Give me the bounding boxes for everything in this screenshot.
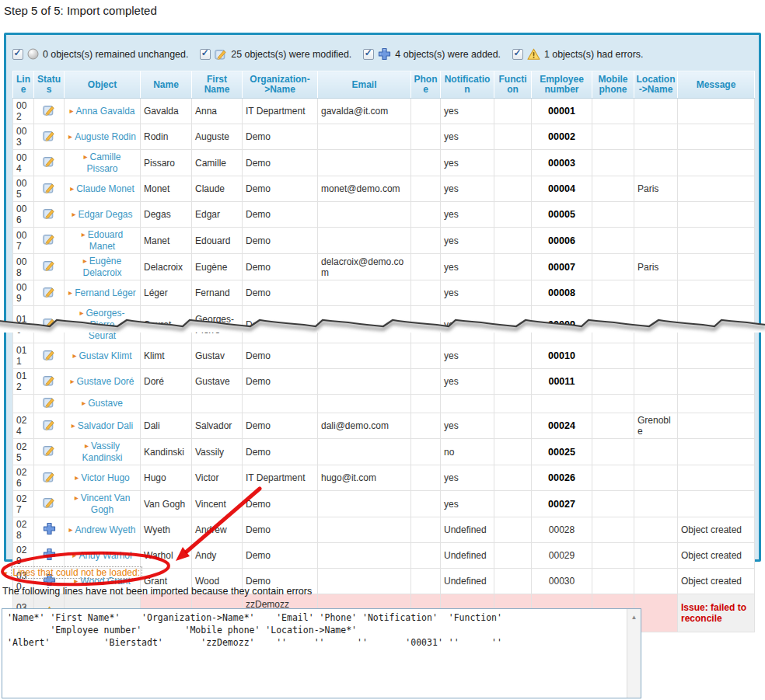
cell-employee-number: 00007 xyxy=(532,254,592,280)
added-plus-icon xyxy=(43,522,56,535)
object-link[interactable]: Salvador Dali xyxy=(78,420,133,431)
cell-location xyxy=(634,439,678,465)
cell-phone xyxy=(411,517,441,543)
summary-checkbox[interactable] xyxy=(200,49,211,60)
column-header: Line xyxy=(13,71,34,99)
employee-number: 00001 xyxy=(548,106,575,117)
object-link[interactable]: Gustave xyxy=(88,398,123,409)
object-link[interactable]: Gustave Doré xyxy=(76,376,134,387)
cell-employee-number: 00024 xyxy=(532,413,592,439)
cell-phone xyxy=(411,254,441,280)
cell-line: 006 xyxy=(13,202,34,228)
table-row: 009Fernand LégerLégerFernandDemoyes00008 xyxy=(13,280,755,306)
column-header: Phone xyxy=(411,71,441,99)
cell-object: Camille Pissaro xyxy=(65,150,141,176)
raw-lines-box[interactable]: 'Name*' 'First Name*' 'Organization->Nam… xyxy=(2,608,641,698)
cell-function xyxy=(494,99,532,124)
scroll-up-icon[interactable] xyxy=(627,609,641,622)
cell-function xyxy=(494,254,532,280)
object-link[interactable]: Anna Gavalda xyxy=(75,106,134,117)
cell-line: 012 xyxy=(13,369,34,395)
modified-pencil-icon xyxy=(43,496,55,509)
table-row: 027Vincent Van GoghVan GoghVincentDemoye… xyxy=(13,491,755,517)
cell-message xyxy=(678,150,755,176)
cell-function xyxy=(494,517,532,543)
summary-checkbox[interactable] xyxy=(512,49,523,60)
table-row: 026Victor HugoHugoVictorIT Departmenthug… xyxy=(13,465,755,491)
object-link[interactable]: Edgar Degas xyxy=(78,209,132,220)
table-row: Gustave xyxy=(13,395,755,413)
cell-line: 011 xyxy=(13,343,34,369)
cell-notification: yes xyxy=(441,491,494,517)
cell-status xyxy=(34,176,65,202)
cell-name: Hugo xyxy=(141,465,192,491)
cell-message xyxy=(678,99,755,124)
object-link[interactable]: Victor Hugo xyxy=(81,472,129,483)
raw-lines-scrollbar[interactable] xyxy=(627,609,641,698)
cell-object: Andy Warhol xyxy=(65,543,141,569)
summary-item: 4 objects(s) were added. xyxy=(363,47,501,61)
unchanged-circle-icon xyxy=(27,48,39,60)
org-name: Demo xyxy=(246,262,314,273)
cell-employee-number: 00008 xyxy=(532,280,592,306)
summary-item: 0 objects(s) remained unchanged. xyxy=(12,48,188,60)
modified-pencil-icon xyxy=(43,259,55,272)
org-name: Demo xyxy=(246,287,314,298)
object-bullet-icon xyxy=(75,493,81,503)
modified-pencil-icon xyxy=(43,233,55,246)
cell-first-name: Andy xyxy=(192,543,243,569)
object-link[interactable]: Claude Monet xyxy=(76,183,134,194)
cell-email xyxy=(318,543,411,569)
org-name: Demo xyxy=(246,550,314,561)
object-link[interactable]: Auguste Rodin xyxy=(75,131,136,142)
cell-function xyxy=(494,369,532,395)
cell-message: Object created xyxy=(678,517,755,543)
column-header: First Name xyxy=(192,71,243,99)
modified-pencil-icon xyxy=(43,182,55,194)
cell-name: Klimt xyxy=(141,343,192,369)
object-bullet-icon xyxy=(68,131,75,142)
cell-object: Edouard Manet xyxy=(65,228,141,254)
object-link[interactable]: Camille Pissaro xyxy=(86,151,121,174)
cell-email xyxy=(318,150,411,176)
cell-function xyxy=(494,439,532,465)
summary-checkbox[interactable] xyxy=(363,49,374,60)
lines-not-loaded-label[interactable]: Lines that could not be loaded: xyxy=(11,566,142,579)
object-link[interactable]: Eugène Delacroix xyxy=(82,256,121,278)
cell-line: 026 xyxy=(13,465,34,491)
cell-name: Monet xyxy=(141,176,192,202)
cell-phone xyxy=(411,543,441,569)
table-row: 005Claude MonetMonetClaudeDemomonet@demo… xyxy=(13,176,755,202)
cell-mobile xyxy=(592,369,634,395)
object-bullet-icon xyxy=(83,256,89,266)
cell-location xyxy=(634,465,678,491)
cell-message xyxy=(678,280,755,306)
cell-line: 024 xyxy=(13,413,34,439)
cell-phone xyxy=(411,280,441,306)
object-link[interactable]: Andrew Wyeth xyxy=(75,524,136,535)
object-link[interactable]: Gustav Klimt xyxy=(79,350,132,361)
cell-org: Demo xyxy=(243,306,318,343)
object-link[interactable]: Vincent Van Gogh xyxy=(81,493,131,515)
summary-checkbox[interactable] xyxy=(12,49,23,60)
lines-not-loaded-link[interactable]: Lines that could not be loaded: xyxy=(3,566,142,580)
object-link[interactable]: Edouard Manet xyxy=(88,229,123,252)
cell-mobile xyxy=(592,543,634,569)
summary-label: 0 objects(s) remained unchanged. xyxy=(43,49,188,60)
cell-object: Gustave Doré xyxy=(65,369,141,395)
cell-message xyxy=(678,228,755,254)
cell-mobile xyxy=(592,517,634,543)
object-link[interactable]: Fernand Léger xyxy=(75,287,136,298)
cell-org: Demo xyxy=(243,543,318,569)
table-row: 008Eugène DelacroixDelacroixEugèneDemode… xyxy=(13,254,755,280)
cell-name: Rodin xyxy=(141,124,192,150)
cell-mobile xyxy=(592,413,634,439)
object-link[interactable]: Georges-Pierre Seurat xyxy=(86,308,125,341)
cell-email xyxy=(318,569,411,594)
cell-location xyxy=(634,343,678,369)
modified-pencil-icon xyxy=(43,317,55,329)
cell-status xyxy=(34,465,65,491)
cell-line: 009 xyxy=(13,280,34,306)
object-link[interactable]: Andy Warhol xyxy=(79,550,131,561)
cell-name: Doré xyxy=(141,369,192,395)
